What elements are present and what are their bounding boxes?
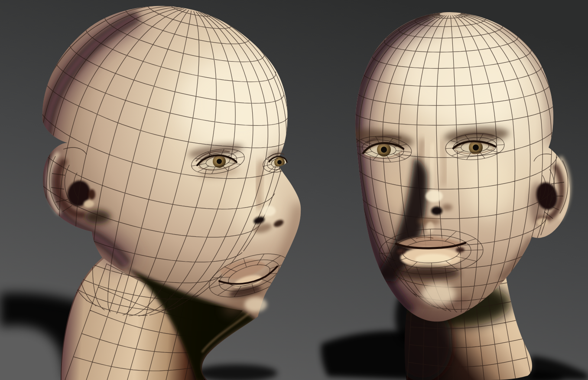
chin-highlight	[421, 283, 456, 305]
pupil	[277, 160, 282, 164]
sculpt-viewport[interactable]	[0, 0, 588, 380]
nose-tip-highlight	[426, 190, 443, 202]
pupil	[217, 159, 222, 164]
chin-highlight	[244, 297, 267, 312]
mouth-corner	[456, 247, 465, 252]
pupil	[473, 144, 479, 151]
pupil	[381, 147, 387, 153]
nostril	[431, 206, 442, 215]
mouth-corner	[397, 249, 406, 254]
nose-tip-highlight	[262, 206, 276, 216]
render-canvas	[0, 0, 588, 380]
